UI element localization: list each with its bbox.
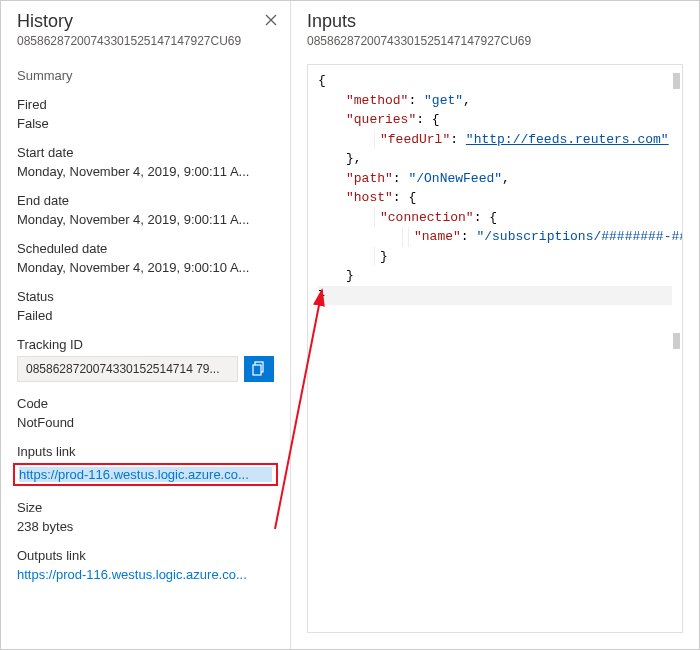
code-value: NotFound <box>17 415 274 430</box>
inputs-link-section: Inputs link https://prod-116.westus.logi… <box>17 444 274 486</box>
size-section: Size 238 bytes <box>17 500 274 534</box>
status-value: Failed <box>17 308 274 323</box>
inputs-run-id: 08586287200743301525147147927CU69 <box>307 34 683 48</box>
inputs-title: Inputs <box>307 11 683 32</box>
scheduled-date-section: Scheduled date Monday, November 4, 2019,… <box>17 241 274 275</box>
outputs-link-section: Outputs link https://prod-116.westus.log… <box>17 548 274 582</box>
summary-heading: Summary <box>17 68 274 83</box>
history-header: History 08586287200743301525147147927CU6… <box>1 1 290 54</box>
inputs-link[interactable]: https://prod-116.westus.logic.azure.co..… <box>19 467 272 482</box>
json-line: "queries": { <box>318 110 672 130</box>
end-date-value: Monday, November 4, 2019, 9:00:11 A... <box>17 212 274 227</box>
json-line: } <box>318 286 672 306</box>
close-icon[interactable] <box>262 11 280 29</box>
size-label: Size <box>17 500 274 515</box>
scheduled-date-label: Scheduled date <box>17 241 274 256</box>
json-line: "name": "/subscriptions/########-## <box>318 227 672 247</box>
copy-icon <box>252 361 266 377</box>
start-date-value: Monday, November 4, 2019, 9:00:11 A... <box>17 164 274 179</box>
outputs-link[interactable]: https://prod-116.westus.logic.azure.co..… <box>17 567 274 582</box>
inputs-pane: Inputs 08586287200743301525147147927CU69… <box>291 1 699 649</box>
editor-scrollbar[interactable] <box>673 333 680 349</box>
json-line: { <box>318 71 672 91</box>
size-value: 238 bytes <box>17 519 274 534</box>
inputs-link-label: Inputs link <box>17 444 274 459</box>
fired-label: Fired <box>17 97 274 112</box>
history-pane: History 08586287200743301525147147927CU6… <box>1 1 291 649</box>
history-title: History <box>17 11 274 32</box>
end-date-section: End date Monday, November 4, 2019, 9:00:… <box>17 193 274 227</box>
json-editor[interactable]: { "method": "get", "queries": { "feedUrl… <box>307 64 683 633</box>
status-section: Status Failed <box>17 289 274 323</box>
fired-value: False <box>17 116 274 131</box>
history-run-id: 08586287200743301525147147927CU69 <box>17 34 274 48</box>
start-date-label: Start date <box>17 145 274 160</box>
start-date-section: Start date Monday, November 4, 2019, 9:0… <box>17 145 274 179</box>
editor-scrollbar[interactable] <box>673 73 680 89</box>
svg-rect-1 <box>253 365 261 375</box>
scheduled-date-value: Monday, November 4, 2019, 9:00:10 A... <box>17 260 274 275</box>
code-label: Code <box>17 396 274 411</box>
json-line: }, <box>318 149 672 169</box>
history-body: Summary Fired False Start date Monday, N… <box>1 54 290 649</box>
tracking-id-label: Tracking ID <box>17 337 274 352</box>
json-line: "connection": { <box>318 208 672 228</box>
json-line: } <box>318 247 672 267</box>
fired-section: Fired False <box>17 97 274 131</box>
json-line: "path": "/OnNewFeed", <box>318 169 672 189</box>
end-date-label: End date <box>17 193 274 208</box>
json-line: "method": "get", <box>318 91 672 111</box>
json-line: "feedUrl": "http://feeds.reuters.com" <box>318 130 672 150</box>
outputs-link-label: Outputs link <box>17 548 274 563</box>
status-label: Status <box>17 289 274 304</box>
tracking-id-value[interactable]: 0858628720074330152514714 79... <box>17 356 238 382</box>
json-line: "host": { <box>318 188 672 208</box>
inputs-header: Inputs 08586287200743301525147147927CU69 <box>291 1 699 54</box>
copy-button[interactable] <box>244 356 274 382</box>
code-section: Code NotFound <box>17 396 274 430</box>
json-line: } <box>318 266 672 286</box>
inputs-link-highlight: https://prod-116.westus.logic.azure.co..… <box>13 463 278 486</box>
tracking-id-section: Tracking ID 0858628720074330152514714 79… <box>17 337 274 382</box>
